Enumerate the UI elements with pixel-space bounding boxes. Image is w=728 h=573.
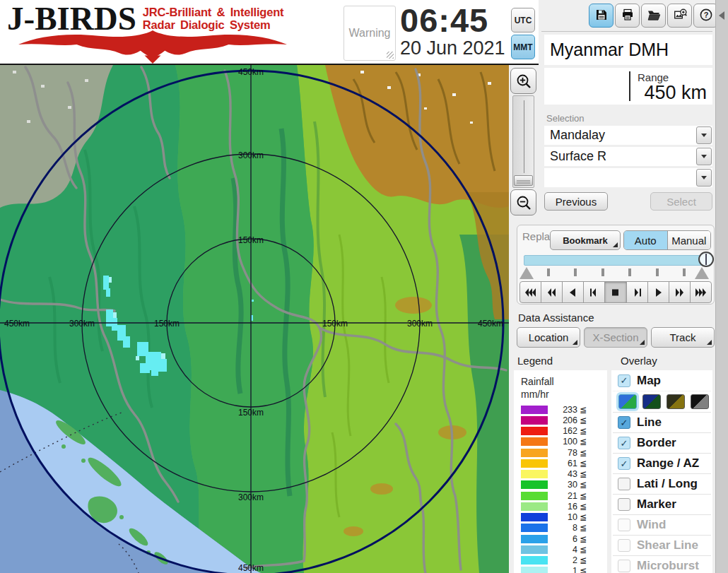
play-forward-button[interactable] [647, 281, 669, 303]
panel-collapse-strip[interactable] [715, 0, 728, 573]
overlay-item-marker[interactable]: Marker [613, 494, 711, 514]
overlay-panel: ✓ Map ✓ Line ✓ Border ✓ Range / AZ Lati … [611, 370, 712, 573]
auto-button[interactable]: Auto [624, 231, 667, 249]
legend-value: 4 [548, 545, 577, 555]
step-forward-button[interactable] [626, 281, 648, 303]
overlay-item-map[interactable]: ✓ Map [613, 370, 711, 391]
rewind-button[interactable] [541, 281, 563, 303]
zoom-out-button[interactable] [510, 189, 536, 215]
range-ring-label: 150km [154, 319, 180, 329]
save-button[interactable] [589, 4, 613, 28]
x-section-button[interactable]: X-Section [584, 327, 647, 348]
legend-comparator: ≦ [580, 502, 587, 512]
help-button[interactable]: ? [693, 4, 718, 28]
legend-comparator: ≦ [580, 469, 587, 479]
map-checkbox[interactable]: ✓ [618, 374, 630, 387]
fast-forward-button[interactable] [669, 281, 691, 303]
legend-color-swatch [521, 406, 548, 414]
range-ring-label: 300km [238, 492, 264, 502]
print-icon [621, 8, 635, 24]
step-backward-button[interactable] [583, 281, 605, 303]
legend-row: 6 ≦ [521, 534, 604, 543]
range-az-checkbox[interactable]: ✓ [618, 457, 630, 470]
legend-unit: Rainfall mm/hr [521, 376, 604, 401]
legend-row: 43 ≦ [521, 470, 604, 479]
overlay-item-lati-long[interactable]: Lati / Long [613, 473, 711, 494]
overlay-item-wind: Wind [613, 514, 711, 535]
select-button[interactable]: Select [650, 192, 712, 211]
step-forward-icon [630, 288, 644, 297]
manual-button[interactable]: Manual [667, 231, 711, 249]
map-style-2[interactable] [642, 394, 661, 409]
legend-comparator: ≦ [580, 480, 587, 490]
legend-color-swatch [521, 470, 548, 478]
stop-button[interactable] [604, 281, 626, 303]
legend-row: 233 ≦ [521, 405, 604, 414]
legend-comparator: ≦ [580, 437, 587, 447]
replay-timeline-track[interactable] [524, 255, 709, 266]
location-button[interactable]: Location [517, 327, 580, 348]
legend-color-swatch [521, 513, 548, 521]
warning-button[interactable]: Warning [344, 6, 396, 61]
export-image-button[interactable] [667, 4, 692, 28]
replay-timeline-thumb[interactable] [698, 252, 714, 267]
range-ring-label: 300km [69, 319, 95, 329]
skip-backward-fast-button[interactable] [519, 281, 541, 303]
overlay-item-label: Shear Line [637, 538, 698, 553]
map-style-3[interactable] [667, 394, 685, 409]
utc-button[interactable]: UTC [511, 8, 535, 33]
chevron-down-icon[interactable] [696, 148, 712, 165]
legend-value: 78 [548, 448, 577, 458]
overlay-item-label: Range / AZ [637, 456, 699, 471]
map-zoom-control [510, 68, 537, 216]
skip-forward-fast-button[interactable] [690, 281, 712, 303]
bookmark-button[interactable]: Bookmark [550, 230, 621, 250]
map-style-1[interactable] [618, 394, 637, 409]
zoom-in-button[interactable] [510, 68, 536, 94]
legend-comparator: ≦ [580, 534, 587, 544]
legend-comparator: ≦ [580, 555, 587, 565]
timeline-start-marker[interactable] [519, 267, 534, 279]
playback-controls [519, 281, 712, 303]
stop-icon [609, 288, 622, 297]
overlay-item-line[interactable]: ✓ Line [613, 412, 711, 432]
mmt-button[interactable]: MMT [511, 35, 535, 59]
overlay-item-label: Marker [637, 497, 676, 512]
track-button[interactable]: Track [651, 327, 715, 348]
logo-title: J-BIRDS [7, 4, 136, 34]
play-backward-button[interactable] [562, 281, 584, 303]
print-button[interactable] [615, 4, 640, 28]
play-forward-icon [652, 288, 665, 297]
overlay-item-microburst: Microburst [613, 555, 711, 573]
legend-row: 4 ≦ [521, 545, 604, 554]
selection-dropdown-2[interactable]: Surface R [544, 147, 712, 166]
radar-map-svg[interactable]: 150km150km150km150km300km300km300km300km… [0, 65, 509, 573]
lati-long-checkbox[interactable] [618, 478, 630, 490]
legend-comparator: ≦ [580, 545, 587, 555]
zoom-slider[interactable] [512, 95, 534, 188]
map-style-4[interactable] [691, 394, 709, 409]
chevron-down-icon[interactable] [696, 169, 712, 187]
timeline-end-marker[interactable] [695, 267, 709, 279]
line-checkbox[interactable]: ✓ [618, 416, 630, 429]
selection-dropdown-1[interactable]: Mandalay [544, 126, 712, 145]
replay-mode-toggle: Auto Manual [623, 230, 711, 250]
legend-comparator: ≦ [580, 523, 587, 533]
selection-dropdown-3[interactable] [544, 168, 712, 187]
zoom-slider-handle[interactable] [514, 175, 533, 186]
legend-row: 100 ≦ [521, 437, 604, 447]
chevron-down-icon[interactable] [696, 126, 712, 144]
legend-row: 2 ≦ [521, 556, 604, 565]
border-checkbox[interactable]: ✓ [618, 437, 630, 449]
logo-tagline: JRC-Brilliant & Intelligent Radar Dialog… [143, 6, 284, 31]
overlay-item-range-az[interactable]: ✓ Range / AZ [613, 453, 711, 473]
legend-row: 78 ≦ [521, 448, 604, 457]
legend-color-swatch [521, 524, 548, 532]
selection-label: Selection [546, 113, 584, 124]
previous-button[interactable]: Previous [544, 192, 608, 211]
radar-map[interactable]: 150km150km150km150km300km300km300km300km… [0, 65, 509, 573]
marker-checkbox[interactable] [618, 498, 630, 511]
open-folder-button[interactable] [641, 4, 666, 28]
range-ring-label: 450km [238, 67, 264, 77]
overlay-item-border[interactable]: ✓ Border [613, 432, 711, 453]
